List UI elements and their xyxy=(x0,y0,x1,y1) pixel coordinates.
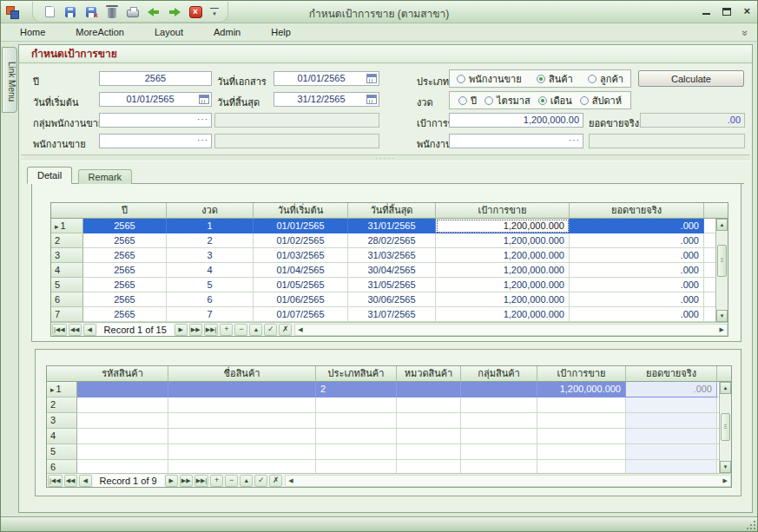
vertical-scrollbar[interactable]: ▲ ▼ xyxy=(715,219,728,322)
end-date-input[interactable]: 31/12/2565 xyxy=(274,92,379,107)
scroll-up-icon[interactable]: ▲ xyxy=(720,382,731,394)
column-header[interactable]: วันที่สิ้นสุด xyxy=(348,203,436,219)
row-indicator[interactable]: ▸1 xyxy=(47,382,77,397)
table-row[interactable]: 4 xyxy=(47,429,719,444)
nav-endedit-button[interactable]: ✓ xyxy=(254,475,267,487)
menu-admin[interactable]: Admin xyxy=(202,24,252,40)
radio-target-product[interactable]: สินค้า xyxy=(537,71,573,87)
column-header[interactable]: ยอดขายจริง xyxy=(626,366,717,382)
nav-first-button[interactable]: |◀◀ xyxy=(48,475,63,487)
scroll-right-icon[interactable]: ▶ xyxy=(723,477,728,484)
table-row[interactable]: 2 2565 2 01/02/2565 28/02/2565 1,200,000… xyxy=(51,233,715,248)
doc-date-input[interactable]: 01/01/2565 xyxy=(274,71,379,86)
nav-prev-button[interactable]: ◀ xyxy=(79,475,92,487)
column-header[interactable]: งวด xyxy=(167,203,254,219)
start-date-input[interactable]: 01/01/2565 xyxy=(99,92,212,107)
nav-cancel-button[interactable]: ✗ xyxy=(279,324,292,336)
radio-period-year[interactable]: ปี xyxy=(458,93,477,108)
nav-add-button[interactable]: + xyxy=(210,475,223,487)
table-row[interactable]: 5 xyxy=(47,444,719,460)
nav-prev-page-button[interactable]: ◀◀ xyxy=(64,475,77,487)
close-button[interactable]: × xyxy=(743,6,750,16)
calendar-icon[interactable] xyxy=(199,95,209,104)
table-row[interactable]: 3 2565 3 01/03/2565 31/03/2565 1,200,000… xyxy=(51,248,715,263)
row-indicator[interactable]: 2 xyxy=(47,397,77,413)
column-header[interactable]: หมวดสินค้า xyxy=(397,366,461,382)
nav-first-button[interactable]: |◀◀ xyxy=(52,324,67,336)
row-indicator[interactable]: 7 xyxy=(51,307,83,322)
column-header[interactable]: เป้าการขาย xyxy=(537,366,626,382)
nav-edit-button[interactable]: ▲ xyxy=(249,324,262,336)
menu-home[interactable]: Home xyxy=(9,24,56,40)
column-header[interactable]: ปี xyxy=(83,203,167,219)
row-indicator[interactable]: 5 xyxy=(51,278,83,292)
row-indicator[interactable]: 6 xyxy=(51,292,83,307)
calendar-icon[interactable] xyxy=(366,74,377,83)
nav-next-page-button[interactable]: ▶▶ xyxy=(180,475,193,487)
link-menu-tab[interactable]: Link Menu xyxy=(2,47,17,113)
scroll-up-icon[interactable]: ▲ xyxy=(716,219,728,231)
scroll-down-icon[interactable]: ▼ xyxy=(720,461,731,473)
employee-input[interactable]: ··· xyxy=(449,134,583,148)
column-header[interactable]: ประเภทสินค้า xyxy=(316,366,397,382)
nav-prev-button[interactable]: ◀ xyxy=(83,324,96,336)
table-row[interactable]: 4 2565 4 01/04/2565 30/04/2565 1,200,000… xyxy=(51,263,715,278)
nav-next-button[interactable]: ▶ xyxy=(165,475,178,487)
menu-collapse-chevron-icon[interactable]: » xyxy=(740,30,752,36)
horizontal-scrollbar[interactable]: ◀ ▶ xyxy=(285,475,731,487)
maximize-button[interactable] xyxy=(722,8,731,16)
nav-prev-page-button[interactable]: ◀◀ xyxy=(69,324,82,336)
table-row[interactable]: 5 2565 5 01/05/2565 31/05/2565 1,200,000… xyxy=(51,278,715,292)
sales-group-input[interactable]: ··· xyxy=(99,113,212,128)
resize-grip[interactable] xyxy=(745,519,755,529)
lookup-ellipsis-icon[interactable]: ··· xyxy=(197,135,208,147)
calculate-button[interactable]: Calculate xyxy=(638,70,744,87)
scroll-left-icon[interactable]: ◀ xyxy=(288,477,293,484)
scrollbar-thumb[interactable] xyxy=(717,245,727,276)
scroll-down-icon[interactable]: ▼ xyxy=(716,310,728,322)
row-indicator[interactable]: 4 xyxy=(47,429,77,444)
nav-delete-button[interactable]: − xyxy=(234,324,247,336)
column-header[interactable]: เป้าการขาย xyxy=(436,203,570,219)
table-row[interactable]: 3 xyxy=(47,413,719,429)
row-indicator[interactable]: 4 xyxy=(51,263,83,278)
table-row[interactable]: 6 2565 6 01/06/2565 30/06/2565 1,200,000… xyxy=(51,292,715,307)
row-indicator[interactable]: 2 xyxy=(51,233,83,248)
nav-next-button[interactable]: ▶ xyxy=(175,324,188,336)
nav-endedit-button[interactable]: ✓ xyxy=(264,324,277,336)
table-row[interactable]: ▸1 2 1,200,000.000 .000 xyxy=(47,382,719,397)
scroll-right-icon[interactable]: ▶ xyxy=(720,326,724,333)
row-indicator[interactable]: 3 xyxy=(47,413,77,429)
nav-delete-button[interactable]: − xyxy=(225,475,238,487)
column-header[interactable]: ยอดขายจริง xyxy=(570,203,704,219)
row-indicator[interactable]: 5 xyxy=(47,444,77,460)
column-header[interactable]: ชื่อสินค้า xyxy=(168,366,316,382)
row-indicator[interactable]: 3 xyxy=(51,248,83,263)
salesperson-input[interactable]: ··· xyxy=(99,134,212,148)
nav-last-button[interactable]: ▶▶| xyxy=(194,475,209,487)
menu-layout[interactable]: Layout xyxy=(143,24,194,40)
calendar-icon[interactable] xyxy=(366,95,377,104)
vertical-scrollbar[interactable]: ▲ ▼ xyxy=(719,382,731,473)
table-row[interactable]: 2 xyxy=(47,397,719,413)
radio-period-quarter[interactable]: ไตรมาส xyxy=(484,93,531,108)
year-input[interactable]: 2565 xyxy=(99,71,212,86)
radio-target-salesperson[interactable]: พนักงานขาย xyxy=(457,71,522,87)
tab-detail[interactable]: Detail xyxy=(27,167,72,184)
column-header[interactable]: วันที่เริ่มต้น xyxy=(254,203,348,219)
lookup-ellipsis-icon[interactable]: ··· xyxy=(197,114,208,126)
horizontal-splitter[interactable]: ····· xyxy=(21,154,750,161)
table-row[interactable]: 7 2565 7 01/07/2565 31/07/2565 1,200,000… xyxy=(51,307,715,322)
scroll-left-icon[interactable]: ◀ xyxy=(298,326,302,333)
column-header[interactable]: รหัสสินค้า xyxy=(77,366,168,382)
nav-last-button[interactable]: ▶▶| xyxy=(204,324,219,336)
lookup-ellipsis-icon[interactable]: ··· xyxy=(569,135,580,147)
nav-add-button[interactable]: + xyxy=(220,324,233,336)
row-indicator[interactable]: ▸1 xyxy=(51,219,83,233)
minimize-button[interactable] xyxy=(702,8,710,15)
table-row[interactable]: ▸1 2565 1 01/01/2565 31/01/2565 1,200,00… xyxy=(51,219,715,233)
menu-help[interactable]: Help xyxy=(260,24,302,40)
sales-target-input[interactable]: 1,200,000.00 xyxy=(449,113,583,128)
horizontal-scrollbar[interactable]: ◀ ▶ xyxy=(294,324,728,336)
radio-period-month[interactable]: เดือน xyxy=(538,93,572,108)
